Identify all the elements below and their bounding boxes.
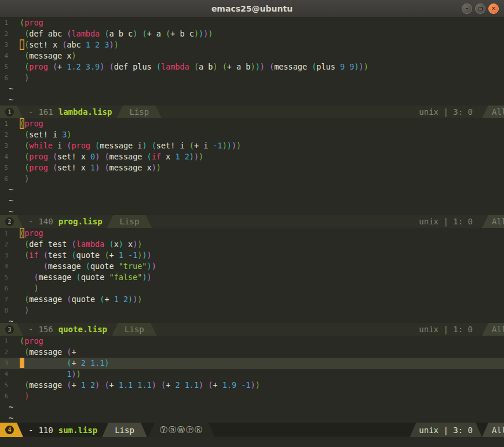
cursor-hollow: ( xyxy=(20,118,24,129)
line-number: 4 xyxy=(0,261,8,272)
code-line[interactable]: 2 (message (+ xyxy=(0,347,504,358)
major-mode-tab[interactable]: Lisp xyxy=(116,106,162,118)
code-text: (set! x (abc 1 2 3)) xyxy=(20,40,119,49)
buffer-size: 161 xyxy=(38,107,53,117)
code-text: (prog xyxy=(20,119,43,128)
line-number: 6 xyxy=(0,283,8,294)
tilde-icon: ~ xyxy=(9,413,13,423)
buffer-name[interactable]: quote.lisp xyxy=(59,325,107,334)
echo-area[interactable] xyxy=(0,437,504,447)
line-number: 1 xyxy=(0,17,8,28)
code-text: (prog (set! x 1) (message x)) xyxy=(20,163,161,172)
code-text: (prog (set! x 0) (message (if x 1 2))) xyxy=(20,152,203,161)
line-number: 1 xyxy=(0,118,8,129)
window-controls: – ✕ xyxy=(462,3,499,14)
code-line[interactable]: 4 1)) xyxy=(0,369,504,380)
window-number-segment: 4 xyxy=(0,423,23,437)
major-mode-label: Lisp xyxy=(120,217,140,226)
code-line[interactable]: 7 (message (quote (+ 1 2))) xyxy=(0,294,504,305)
minimize-button[interactable]: – xyxy=(462,3,472,14)
buffer-lambda-lisp[interactable]: 1(prog2 (def abc (lambda (a b c) (+ a (+… xyxy=(0,17,504,106)
maximize-button[interactable] xyxy=(475,3,485,14)
code-line[interactable]: 3 (while i (prog (message i) (set! i (+ … xyxy=(0,140,504,151)
code-text: (set! i 3) xyxy=(20,130,71,139)
modeline-quote-lisp[interactable]: 3 - 156 quote.lisp Lisp unix | 1: 0 All xyxy=(0,323,504,336)
line-number: 7 xyxy=(0,294,8,305)
code-line[interactable]: 1(prog xyxy=(0,336,504,347)
code-line[interactable]: 2 (def abc (lambda (a b c) (+ a (+ b c))… xyxy=(0,28,504,39)
minimize-icon: – xyxy=(466,6,469,12)
emacs-window: emacs25@ubuntu – ✕ 1(prog2 (def abc (lam… xyxy=(0,0,504,447)
modeline-lambda-lisp[interactable]: 1 - 161 lambda.lisp Lisp unix | 3: 0 All xyxy=(0,106,504,118)
tilde-icon: ~ xyxy=(9,317,13,323)
code-line[interactable]: 5 (message (+ 1 2) (+ 1.1 1.1) (+ 2 1.1)… xyxy=(0,380,504,391)
buffer-quote-lisp[interactable]: 1(prog2 (def test (lambda (x) x))3 (if (… xyxy=(0,228,504,323)
scroll-indicator: All xyxy=(482,323,504,336)
empty-line-indicator: ~ xyxy=(0,184,504,195)
buffer-sum-lisp[interactable]: 1(prog2 (message (+3 (+ 2 1.1)4 1))5 (me… xyxy=(0,336,504,423)
line-number: 6 xyxy=(0,72,8,83)
window-number-segment: 3 xyxy=(0,323,23,336)
encoding-position: unix | 3: 0 xyxy=(410,423,482,437)
buffer-size: 156 xyxy=(38,325,53,334)
code-line[interactable]: 8 ) xyxy=(0,305,504,316)
code-text: (prog xyxy=(20,18,43,27)
empty-line-indicator: ~ xyxy=(0,195,504,206)
code-line[interactable]: 2 (set! i 3) xyxy=(0,129,504,140)
line-number: 5 xyxy=(0,380,8,391)
code-text: (message (+ 1 2) (+ 1.1 1.1) (+ 2 1.1) (… xyxy=(20,380,260,390)
minor-mode-badges: ⓨⓐⓌⓅⓀ xyxy=(148,423,215,437)
empty-line-indicator: ~ xyxy=(0,316,504,323)
code-line[interactable]: 5 (prog (set! x 1) (message x)) xyxy=(0,162,504,173)
tilde-icon: ~ xyxy=(9,207,13,215)
empty-line-indicator: ~ xyxy=(0,83,504,95)
modeline-dash: - xyxy=(28,325,33,334)
code-text: ) xyxy=(20,73,29,82)
buffer-name[interactable]: lambda.lisp xyxy=(59,107,112,117)
code-line[interactable]: 5 (prog (+ 1.2 3.9) (def plus (lambda (a… xyxy=(0,61,504,72)
code-text: ) xyxy=(20,284,39,293)
close-button[interactable]: ✕ xyxy=(488,3,499,14)
encoding-position: unix | 1: 0 xyxy=(410,323,482,336)
code-line[interactable]: 4 (prog (set! x 0) (message (if x 1 2))) xyxy=(0,151,504,162)
modeline-dash: - xyxy=(28,107,33,117)
buffer-prog-lisp[interactable]: 1(prog2 (set! i 3)3 (while i (prog (mess… xyxy=(0,118,504,215)
code-line[interactable]: 3 (if (test (quote (+ 1 -1))) xyxy=(0,250,504,261)
code-line[interactable]: 6 ) xyxy=(0,173,504,184)
code-line[interactable]: 5 (message (quote "false")) xyxy=(0,272,504,283)
code-text: (message x) xyxy=(20,51,76,60)
window-number-badge: 2 xyxy=(5,217,14,226)
code-line[interactable]: 6 ) xyxy=(0,391,504,402)
buffer-name[interactable]: sum.lisp xyxy=(59,426,97,435)
line-number: 4 xyxy=(0,151,8,162)
scroll-indicator: All xyxy=(482,423,504,437)
modeline-sum-lisp[interactable]: 4 - 110 sum.lisp Lisp ⓨⓐⓌⓅⓀ unix | 3: 0 … xyxy=(0,423,504,437)
code-line[interactable]: 4 (message x) xyxy=(0,50,504,61)
code-line[interactable]: 4 (message (quote "true")) xyxy=(0,261,504,272)
code-text: ) xyxy=(20,306,29,315)
code-line[interactable]: 1(prog xyxy=(0,228,504,239)
major-mode-tab[interactable]: Lisp xyxy=(112,323,157,336)
line-number: 2 xyxy=(0,28,8,39)
buffer-name[interactable]: prog.lisp xyxy=(59,217,103,226)
window-number-badge: 1 xyxy=(5,108,14,117)
major-mode-label: Lisp xyxy=(125,325,144,334)
empty-line-indicator: ~ xyxy=(0,402,504,413)
code-line[interactable]: 1(prog xyxy=(0,17,504,28)
tilde-icon: ~ xyxy=(9,84,13,93)
major-mode-tab[interactable]: Lisp xyxy=(102,423,147,437)
code-line[interactable]: 6 ) xyxy=(0,283,504,294)
line-number: 3 xyxy=(0,358,8,369)
cursor-hollow: ( xyxy=(20,228,24,238)
major-mode-tab[interactable]: Lisp xyxy=(107,215,152,228)
title-bar[interactable]: emacs25@ubuntu – ✕ xyxy=(0,0,504,17)
modeline-prog-lisp[interactable]: 2 - 140 prog.lisp Lisp unix | 1: 0 All xyxy=(0,215,504,228)
scroll-indicator: All xyxy=(482,106,504,118)
scroll-indicator: All xyxy=(482,215,504,228)
code-line[interactable]: 2 (def test (lambda (x) x)) xyxy=(0,239,504,250)
code-line[interactable]: 3 (set! x (abc 1 2 3)) xyxy=(0,39,504,50)
code-line[interactable]: 6 ) xyxy=(0,72,504,83)
current-code-line[interactable]: 3 (+ 2 1.1) xyxy=(0,358,504,369)
code-line[interactable]: 1(prog xyxy=(0,118,504,129)
code-text: (while i (prog (message i) (set! i (+ i … xyxy=(20,141,241,150)
